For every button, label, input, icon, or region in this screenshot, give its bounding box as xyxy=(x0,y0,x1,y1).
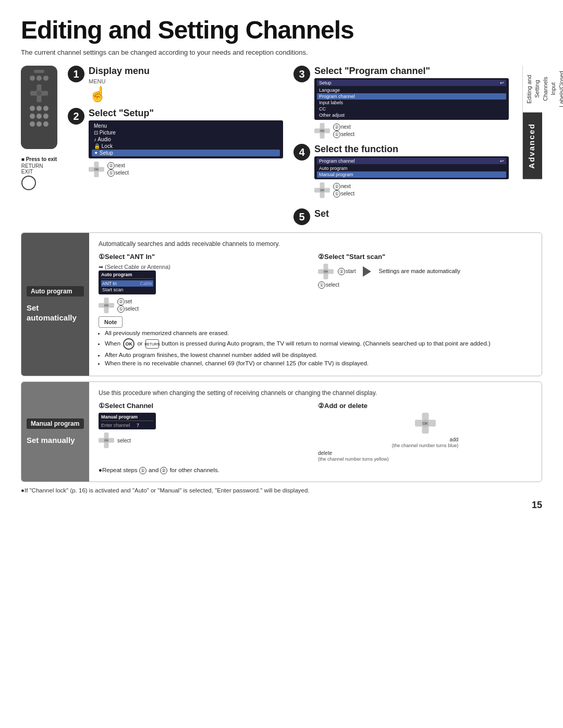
auto-step1-heading: ①Select "ANT In" xyxy=(99,253,313,261)
manual-screen-value: 7 xyxy=(137,423,139,428)
manual-program-section: Manual program Set manually Use this pro… xyxy=(21,381,542,482)
manual-program-heading: Set manually xyxy=(27,435,84,446)
menu-row-lock: 🔒 Lock xyxy=(92,143,280,150)
page-title: Editing and Setting Channels xyxy=(21,16,542,44)
page-number: 15 xyxy=(21,500,542,511)
remote-illustration xyxy=(21,66,57,149)
manual-screen-header: Manual program xyxy=(101,414,153,421)
step-1-subtitle: MENU xyxy=(89,78,283,84)
manual-step1-nav-ctrl: OK xyxy=(99,433,114,448)
manual-screen: Manual program Enter channel 7 xyxy=(99,413,156,429)
manual-repeat-note: ●Repeat steps ① and ② for other channels… xyxy=(99,467,532,474)
step-4-title: Select the function xyxy=(314,144,509,155)
auto-program-heading: Set automatically xyxy=(27,303,84,323)
auto-note-label: Note xyxy=(99,316,123,328)
exit-button-shape xyxy=(21,176,36,190)
auto-note-4: When there is no receivable channel, cha… xyxy=(105,360,532,366)
auto-program-step2: ②Select "Start scan" OK ②start Settings … xyxy=(318,253,532,313)
press-exit-exit: EXIT xyxy=(21,169,57,175)
function-menu-screen: Program channel↩ Auto program Manual pro… xyxy=(314,156,509,179)
prog-row-other: Other adjust xyxy=(317,112,506,118)
auto-step1-nav-ctrl: OK xyxy=(99,298,114,313)
auto-step2-arrow xyxy=(363,266,371,277)
prog-row-cc: CC xyxy=(317,106,506,112)
step-1-title: Display menu xyxy=(89,66,283,77)
func-row-auto: Auto program xyxy=(317,165,506,171)
step-3-circle: 3 xyxy=(293,66,310,82)
auto-step2-nav-area: OK ②start Settings are made automaticall… xyxy=(318,264,532,279)
manual-step2-heading: ②Add or delete xyxy=(318,402,532,410)
step-2-nav: OK ②next ①select xyxy=(89,162,283,177)
add-label-area: add (the channel number turns blue) xyxy=(392,437,459,448)
right-sidebar: Editing and Setting Channels Input Label… xyxy=(522,66,542,179)
add-delete-ctrl-shape: OK xyxy=(415,413,436,434)
delete-label-area: delete (the channel number turns yellow) xyxy=(318,450,532,462)
program-channel-screen: Setup↩ Language Program channel Input la… xyxy=(314,78,509,120)
delete-sub: (the channel number turns yellow) xyxy=(318,456,389,462)
manual-program-label: Manual program xyxy=(27,418,84,429)
auto-step1-nav: OK ②set ①select xyxy=(99,298,313,313)
setup-menu-screen: Menu ⊡ Picture ♪ Audio 🔒 Lock ✦ Setup xyxy=(89,120,283,158)
step-4-circle: 4 xyxy=(293,144,310,161)
auto-notes-list: All previously memorized channels are er… xyxy=(105,330,532,366)
prog-screen-header: Setup↩ xyxy=(317,80,506,86)
step-2-title: Select "Setup" xyxy=(89,108,283,119)
auto-step2-desc: Settings are made automatically xyxy=(378,267,460,275)
manual-step2: ②Add or delete OK add (the channel numbe… xyxy=(318,402,532,462)
step-1-block: 1 Display menu MENU ☝ xyxy=(68,66,283,103)
auto-prog-screen-header: Auto program xyxy=(101,272,153,279)
auto-prog-row-scan: Start scan xyxy=(101,287,153,293)
menu-gesture-icon: ☝ xyxy=(89,85,283,103)
menu-row-picture: ⊡ Picture xyxy=(92,129,280,136)
step-4-block: 4 Select the function Program channel↩ A… xyxy=(293,144,509,198)
prog-row-language: Language xyxy=(317,87,506,93)
step-2-nav-ctrl: OK xyxy=(89,162,104,177)
auto-step1-sub: ➡ (Select Cable or Antenna) xyxy=(99,264,313,270)
manual-program-main: Use this procedure when changing the set… xyxy=(89,382,542,482)
func-row-manual: Manual program xyxy=(317,171,506,178)
manual-step1: ①Select Channel Manual program Enter cha… xyxy=(99,402,313,462)
auto-prog-row-ant: ANT In Cable xyxy=(101,280,153,287)
ok-icon: OK xyxy=(123,338,134,350)
right-sidebar-advanced: Advanced xyxy=(523,113,542,179)
return-icon: RETURN xyxy=(145,339,159,349)
step-5-circle: 5 xyxy=(293,208,310,225)
step-5-block: 5 Set xyxy=(293,205,509,226)
auto-program-section: Auto program Set automatically Automatic… xyxy=(21,232,542,376)
step-2-block: 2 Select "Setup" Menu ⊡ Picture ♪ Audio … xyxy=(68,108,283,177)
step-2-circle: 2 xyxy=(68,108,84,125)
manual-step1-nav: OK select xyxy=(99,433,313,448)
step-1-circle: 1 xyxy=(68,66,84,82)
auto-program-step1: ①Select "ANT In" ➡ (Select Cable or Ante… xyxy=(99,253,313,313)
footer-note: ●If "Channel lock" (p. 16) is activated … xyxy=(21,487,542,493)
auto-note-1: All previously memorized channels are er… xyxy=(105,330,532,336)
auto-program-left: Auto program Set automatically xyxy=(21,233,89,376)
auto-note-3: After Auto program finishes, the lowest … xyxy=(105,352,532,358)
auto-program-desc: Automatically searches and adds receivab… xyxy=(99,240,532,248)
func-screen-header: Program channel↩ xyxy=(317,158,506,164)
auto-prog-screen: Auto program ANT In Cable Start scan xyxy=(99,270,156,294)
intro-text: The current channel settings can be chan… xyxy=(21,48,542,56)
manual-program-left: Manual program Set manually xyxy=(21,382,89,482)
add-delete-diagram: OK add (the channel number turns blue) xyxy=(318,413,532,448)
press-exit-return: RETURN xyxy=(21,163,57,169)
press-to-exit-label: ■ Press to exit xyxy=(21,156,57,162)
auto-program-main: Automatically searches and adds receivab… xyxy=(89,233,542,376)
prog-row-program-channel: Program channel xyxy=(317,93,506,100)
manual-program-two-col: ①Select Channel Manual program Enter cha… xyxy=(99,402,532,462)
step-3-nav-ctrl: OK xyxy=(314,123,330,139)
manual-step1-heading: ①Select Channel xyxy=(99,402,313,410)
auto-program-two-col: ①Select "ANT In" ➡ (Select Cable or Ante… xyxy=(99,253,532,313)
step-4-nav: OK ②next ①select xyxy=(314,182,509,198)
step-3-nav: OK ②next ①select xyxy=(314,123,509,139)
add-sub: (the channel number turns blue) xyxy=(392,443,459,448)
step-3-block: 3 Select "Program channel" Setup↩ Langua… xyxy=(293,66,509,139)
auto-step2-heading: ②Select "Start scan" xyxy=(318,253,532,261)
step-4-nav-ctrl: OK xyxy=(314,182,330,198)
right-sidebar-top-text: Editing and Setting Channels Input Label… xyxy=(523,66,542,113)
manual-program-desc: Use this procedure when changing the set… xyxy=(99,389,532,397)
manual-screen-row: Enter channel 7 xyxy=(101,423,153,428)
prog-row-input-labels: Input labels xyxy=(317,100,506,106)
menu-row-setup-selected: ✦ Setup xyxy=(92,150,280,156)
press-to-exit: ■ Press to exit RETURN EXIT xyxy=(21,156,57,190)
